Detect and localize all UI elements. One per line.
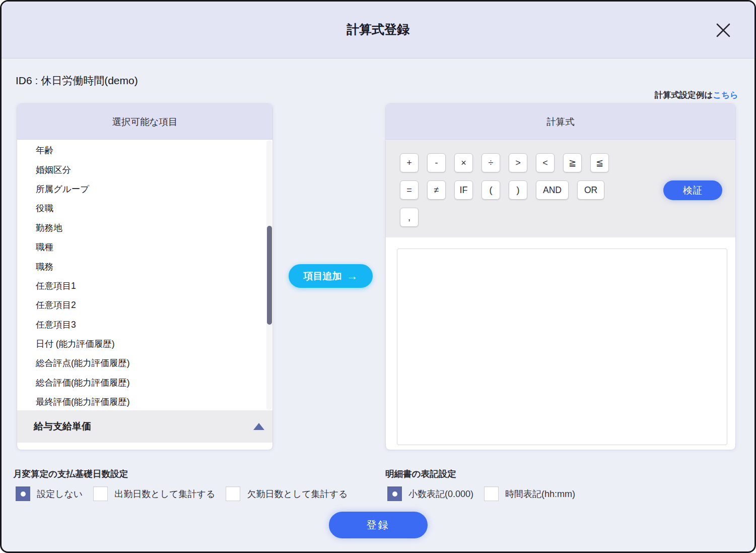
formula-panel: 計算式 +-×÷><≧≦ =≠IF()ANDOR , 検証 xyxy=(385,103,736,450)
list-item[interactable]: 総合評価(能力評価履歴) xyxy=(36,373,272,392)
radio-option[interactable]: 出勤日数として集計する xyxy=(93,486,215,501)
radio-button[interactable] xyxy=(226,486,240,501)
modal-title: 計算式登録 xyxy=(2,2,754,57)
list-item[interactable]: 役職 xyxy=(36,199,272,218)
scrollbar-thumb[interactable] xyxy=(267,226,272,325)
arrow-right-icon: → xyxy=(347,271,358,282)
radio-label: 欠勤日数として集計する xyxy=(247,488,348,500)
radio-option[interactable]: 欠勤日数として集計する xyxy=(226,486,348,501)
payment-days-label: 月変算定の支払基礎日数設定 xyxy=(13,468,128,480)
operator-button[interactable]: ≦ xyxy=(590,153,609,172)
statement-format-radio-group: 小数表記(0.000)時間表記(hh:mm) xyxy=(387,486,575,501)
example-link-prefix: 計算式設定例は xyxy=(654,90,713,99)
operator-button[interactable]: ≠ xyxy=(427,180,446,200)
list-item[interactable]: 最終評価(能力評価履歴) xyxy=(36,392,272,411)
operator-button[interactable]: > xyxy=(509,153,527,172)
chevron-up-icon xyxy=(253,423,264,430)
selectable-items-panel: 選択可能な項目 年齢婚姻区分所属グループ役職勤務地職種職務任意項目1任意項目2任… xyxy=(17,103,273,450)
operator-button[interactable]: < xyxy=(536,153,555,172)
list-item[interactable]: 日付 (能力評価履歴) xyxy=(36,334,272,353)
radio-button[interactable] xyxy=(16,486,30,501)
list-item[interactable]: 総合評点(能力評価履歴) xyxy=(36,353,272,373)
radio-option[interactable]: 小数表記(0.000) xyxy=(387,486,473,501)
list-item[interactable]: 婚姻区分 xyxy=(36,160,272,179)
scrollbar[interactable] xyxy=(266,140,272,410)
radio-label: 設定しない xyxy=(37,488,83,500)
operator-button[interactable]: , xyxy=(400,208,419,227)
list-item[interactable]: 所属グループ xyxy=(36,179,272,199)
operator-row-1: +-×÷><≧≦ xyxy=(400,153,735,172)
operator-button[interactable]: × xyxy=(454,153,473,172)
formula-panel-header: 計算式 xyxy=(386,104,735,140)
formula-registration-modal: 計算式登録 ID6 : 休日労働時間(demo) 計算式設定例はこちら 選択可能… xyxy=(0,0,756,553)
radio-label: 小数表記(0.000) xyxy=(408,488,473,500)
operator-button[interactable]: ( xyxy=(482,180,500,200)
list-item[interactable]: 任意項目1 xyxy=(36,276,272,295)
collapsed-section-row[interactable]: 給与支給単価 xyxy=(17,410,272,443)
operator-button[interactable]: OR xyxy=(577,180,604,200)
formula-input[interactable] xyxy=(397,249,727,445)
selectable-items-header: 選択可能な項目 xyxy=(17,104,272,140)
close-button[interactable] xyxy=(712,20,734,42)
selectable-items-list: 年齢婚姻区分所属グループ役職勤務地職種職務任意項目1任意項目2任意項目3日付 (… xyxy=(17,140,272,411)
radio-label: 時間表記(hh:mm) xyxy=(505,488,575,500)
radio-label: 出勤日数として集計する xyxy=(114,488,215,500)
collapsed-section-label: 給与支給単価 xyxy=(34,420,91,433)
list-item[interactable]: 職務 xyxy=(36,257,272,276)
add-items-button[interactable]: 項目追加 → xyxy=(289,264,373,288)
modal-header: 計算式登録 xyxy=(2,2,754,58)
radio-button[interactable] xyxy=(387,486,402,501)
operator-button[interactable]: - xyxy=(427,153,446,172)
payment-days-radio-group: 設定しない出勤日数として集計する欠勤日数として集計する xyxy=(16,486,348,501)
operator-row-3: , xyxy=(400,208,735,227)
list-item[interactable]: 年齢 xyxy=(36,141,272,160)
verify-button[interactable]: 検証 xyxy=(663,180,722,200)
list-item[interactable]: 任意項目2 xyxy=(36,295,272,315)
operator-button[interactable]: IF xyxy=(454,180,473,200)
operator-button[interactable]: = xyxy=(400,180,419,200)
operator-button[interactable]: ≧ xyxy=(563,153,582,172)
operator-button[interactable]: ) xyxy=(509,180,527,200)
modal-subtitle: ID6 : 休日労働時間(demo) xyxy=(16,74,138,88)
example-link[interactable]: こちら xyxy=(713,90,738,99)
radio-option[interactable]: 時間表記(hh:mm) xyxy=(484,486,575,501)
close-icon xyxy=(713,20,733,42)
list-item[interactable]: 任意項目3 xyxy=(36,315,272,334)
list-item[interactable]: 勤務地 xyxy=(36,218,272,237)
list-item[interactable]: 職種 xyxy=(36,237,272,257)
radio-button[interactable] xyxy=(484,486,499,501)
register-button[interactable]: 登録 xyxy=(329,512,428,538)
radio-option[interactable]: 設定しない xyxy=(16,486,83,501)
statement-format-label: 明細書の表記設定 xyxy=(385,468,456,480)
add-items-label: 項目追加 xyxy=(304,270,342,283)
radio-button[interactable] xyxy=(93,486,108,501)
operator-button[interactable]: + xyxy=(400,153,419,172)
operator-button[interactable]: ÷ xyxy=(482,153,500,172)
operator-button[interactable]: AND xyxy=(536,180,569,200)
example-link-row: 計算式設定例はこちら xyxy=(654,90,738,101)
